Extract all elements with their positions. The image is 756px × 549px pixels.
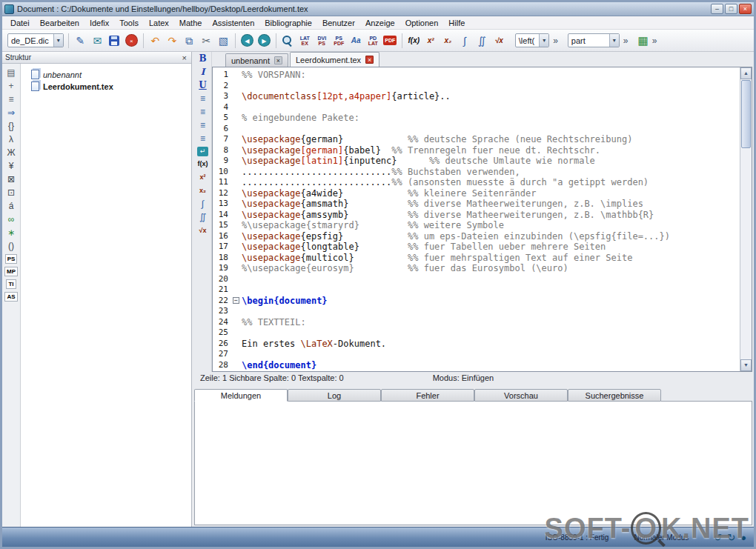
code-line[interactable]: 19%\usepackage{eurosym} %% fuer das Euro… bbox=[213, 263, 740, 274]
menu-hilfe[interactable]: Hilfe bbox=[443, 17, 470, 29]
tabular-wizard-button[interactable]: ▦ bbox=[637, 34, 650, 47]
subscript-button[interactable]: x₂ bbox=[440, 33, 457, 49]
open-file-button[interactable]: ✉ bbox=[89, 33, 106, 49]
asymptote-icon[interactable]: AS bbox=[4, 292, 17, 302]
code-line[interactable]: 22−\begin{document} bbox=[213, 296, 740, 307]
view-dvi-button[interactable]: Aa bbox=[348, 33, 365, 49]
code-line[interactable]: 28\end{document} bbox=[213, 360, 740, 371]
code-line[interactable]: 9\usepackage[latin1]{inputenc} %% deutsc… bbox=[213, 156, 740, 167]
close-button[interactable]: × bbox=[739, 4, 752, 14]
tikz-icon[interactable]: TI bbox=[6, 279, 16, 289]
code-editor[interactable]: 1%% VORSPANN:23\documentclass[12pt,a4pap… bbox=[212, 67, 752, 372]
vertical-scrollbar[interactable]: ▲ ▼ bbox=[740, 67, 752, 371]
structure-level-combo[interactable]: part ▾ bbox=[568, 33, 620, 47]
code-line[interactable]: 5% eingebundene Pakete: bbox=[213, 113, 740, 124]
arrow-symbols-icon[interactable]: ⇒ bbox=[7, 107, 15, 118]
copy-button[interactable]: ⧉ bbox=[181, 33, 198, 49]
menu-datei[interactable]: Datei bbox=[5, 17, 35, 29]
cut-button[interactable]: ✂ bbox=[198, 33, 215, 49]
code-line[interactable]: 11............................%% (ansons… bbox=[213, 177, 740, 188]
scrollbar-track[interactable] bbox=[740, 149, 752, 359]
math-function-button[interactable]: f(x) bbox=[198, 159, 208, 170]
code-line[interactable]: 16\usepackage{epsfig} %% um eps-Dateien … bbox=[213, 231, 740, 242]
editor-tab-leerdokument-tex[interactable]: Leerdokument.tex× bbox=[290, 52, 379, 67]
paste-button[interactable]: ▧ bbox=[215, 33, 232, 49]
greek-symbols-icon[interactable]: λ bbox=[9, 134, 13, 144]
misc-symbols-icon[interactable]: ∞ bbox=[8, 214, 15, 224]
scrollbar-thumb[interactable] bbox=[741, 80, 751, 148]
delimiter-symbols-icon[interactable]: {} bbox=[8, 121, 14, 131]
undo-button[interactable]: ↶ bbox=[147, 33, 164, 49]
square-root-button[interactable]: √x bbox=[491, 33, 508, 49]
misc-math-symbols-2-icon[interactable]: ⊡ bbox=[7, 187, 15, 198]
ps-to-pdf-button[interactable]: PSPDF bbox=[331, 33, 348, 49]
code-lines[interactable]: 1%% VORSPANN:23\documentclass[12pt,a4pap… bbox=[213, 67, 740, 371]
underline-button[interactable]: U bbox=[199, 80, 206, 91]
toolbar-overflow-button[interactable]: » bbox=[650, 36, 660, 46]
italic-button[interactable]: I bbox=[201, 67, 205, 78]
menu-anzeige[interactable]: Anzeige bbox=[360, 17, 400, 29]
align-center-button[interactable]: ≡ bbox=[200, 107, 205, 118]
bracket-symbols-icon[interactable]: () bbox=[8, 241, 14, 251]
code-line[interactable]: 14\usepackage{amssymb} %% diverse Mathee… bbox=[213, 210, 740, 221]
dvi-to-ps-button[interactable]: DVIPS bbox=[314, 33, 331, 49]
menu-benutzer[interactable]: Benutzer bbox=[317, 17, 360, 29]
pstricks-icon[interactable]: PS bbox=[5, 254, 18, 264]
tree-item-unbenannt[interactable]: unbenannt bbox=[31, 70, 188, 79]
scroll-up-icon[interactable]: ▲ bbox=[740, 67, 752, 79]
operator-symbols-icon[interactable]: ≡ bbox=[8, 94, 13, 104]
title-bar[interactable]: Document : C:/Dokumente und Einstellunge… bbox=[2, 2, 754, 16]
minimize-button[interactable]: – bbox=[711, 4, 723, 14]
code-line[interactable]: 21 bbox=[213, 285, 740, 296]
menu-tools[interactable]: Tools bbox=[114, 17, 144, 29]
fold-marker-icon[interactable]: − bbox=[233, 297, 239, 304]
code-line[interactable]: 3\documentclass[12pt,a4paper]{article}.. bbox=[213, 91, 740, 102]
toolbar-overflow-button[interactable]: » bbox=[621, 36, 631, 46]
code-line[interactable]: 7\usepackage{german} %% deutsche Sprache… bbox=[213, 134, 740, 145]
menu-bearbeiten[interactable]: Bearbeiten bbox=[35, 17, 84, 29]
go-forward-button[interactable]: ▶ bbox=[256, 33, 273, 49]
scroll-down-icon[interactable]: ▼ bbox=[740, 359, 752, 371]
panel-tab-meldungen[interactable]: Meldungen bbox=[194, 389, 288, 402]
align-right-button[interactable]: ≡ bbox=[200, 120, 205, 131]
code-line[interactable]: 1%% VORSPANN: bbox=[213, 70, 740, 81]
code-line[interactable]: 23 bbox=[213, 306, 740, 317]
toolbar-overflow-button[interactable]: » bbox=[551, 36, 560, 46]
code-line[interactable]: 12\usepackage{a4wide} %% kleinere Seiten… bbox=[213, 188, 740, 199]
panel-tab-suchergebnisse[interactable]: Suchergebnisse bbox=[568, 389, 661, 402]
redo-button[interactable]: ↷ bbox=[164, 33, 181, 49]
square-root-button[interactable]: √x bbox=[199, 225, 207, 236]
accented-letters-icon[interactable]: á bbox=[9, 201, 14, 211]
superscript-button[interactable]: x² bbox=[199, 172, 205, 183]
double-integral-button[interactable]: ∬ bbox=[474, 33, 491, 49]
code-line[interactable]: 20 bbox=[213, 274, 740, 285]
quick-build-button[interactable] bbox=[279, 33, 296, 49]
code-line[interactable]: 27 bbox=[213, 349, 740, 360]
subscript-button[interactable]: x₂ bbox=[199, 185, 206, 196]
line-break-button[interactable]: ↵ bbox=[197, 147, 208, 156]
tree-item-leerdokument-tex[interactable]: Leerdokument.tex bbox=[31, 81, 188, 91]
code-line[interactable]: 2 bbox=[213, 81, 740, 92]
code-line[interactable]: 6 bbox=[213, 124, 740, 135]
integral-button[interactable]: ∫ bbox=[202, 199, 204, 210]
structure-icon[interactable]: ▤ bbox=[7, 67, 15, 78]
pdflatex-button[interactable]: PDLAT bbox=[365, 33, 382, 49]
dictionary-combo[interactable]: de_DE.dic ▾ bbox=[7, 33, 64, 47]
code-line[interactable]: 24%% TEXTTEIL: bbox=[213, 317, 740, 328]
align-left-button[interactable]: ≡ bbox=[200, 93, 205, 104]
save-file-button[interactable] bbox=[106, 33, 123, 49]
close-file-button[interactable]: × bbox=[123, 33, 140, 49]
align-justify-button[interactable]: ≡ bbox=[200, 133, 205, 144]
double-integral-button[interactable]: ∬ bbox=[199, 212, 206, 223]
menu-optionen[interactable]: Optionen bbox=[400, 17, 444, 29]
close-icon[interactable]: × bbox=[274, 56, 282, 64]
code-line[interactable]: 4 bbox=[213, 102, 740, 113]
menu-latex[interactable]: Latex bbox=[144, 17, 174, 29]
code-line[interactable]: 26Ein erstes \LaTeX-Dokument. bbox=[213, 339, 740, 350]
special-symbols-icon[interactable]: ∗ bbox=[7, 227, 15, 238]
menu-mathe[interactable]: Mathe bbox=[174, 17, 208, 29]
superscript-button[interactable]: x² bbox=[422, 33, 440, 49]
view-pdf-button[interactable]: PDF bbox=[382, 33, 399, 49]
code-line[interactable]: 13\usepackage{amsmath} %% diverse Mathee… bbox=[213, 199, 740, 210]
code-line[interactable]: 18\usepackage{multicol} %% fuer mehrspal… bbox=[213, 253, 740, 264]
